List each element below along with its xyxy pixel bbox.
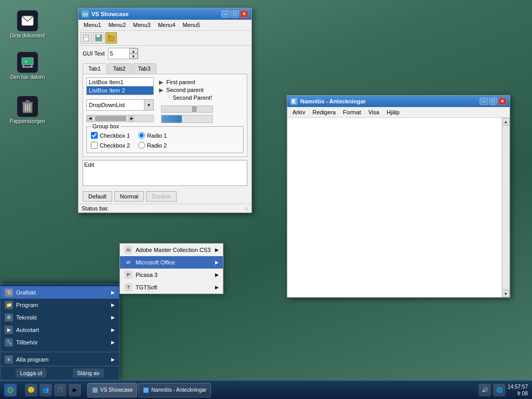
notepad-menu-hjalp[interactable]: Hjälp: [383, 108, 403, 116]
taskbar-icon-people[interactable]: 👥: [39, 384, 52, 396]
logga-ut-button[interactable]: Logga ut: [16, 368, 46, 378]
gui-text-input[interactable]: [109, 50, 129, 57]
adobe-arrow-icon: ▶: [215, 247, 219, 252]
tree-arrow-1: ▶: [159, 79, 163, 85]
notepad-scroll-down[interactable]: ▼: [502, 290, 510, 297]
submenu-adobe[interactable]: Ai Adobe Master Collection CS3 ▶: [120, 244, 223, 256]
notepad-menu-visa[interactable]: Visa: [365, 108, 382, 116]
notepad-scroll-track[interactable]: [502, 125, 510, 290]
checkbox-1[interactable]: [91, 132, 98, 139]
radio-2-label: Radio 2: [147, 142, 167, 149]
desktop-icon-mail[interactable]: Dina dokument: [9, 10, 46, 38]
horizontal-scrollbar[interactable]: ◀ ▶: [86, 115, 154, 122]
svg-point-20: [9, 389, 12, 392]
menu2[interactable]: Menu2: [105, 21, 129, 29]
scroll-left-arrow[interactable]: ◀: [87, 115, 93, 122]
radio-2[interactable]: [138, 142, 145, 149]
submenu-office[interactable]: W Microsoft Office ▶: [120, 256, 223, 269]
notepad-menubar: Arkiv Redigera Format Visa Hjälp: [287, 107, 510, 118]
all-programs-item[interactable]: ≡ Alla program ▶: [1, 353, 119, 366]
listbox-item-1[interactable]: ListBox Item1: [87, 78, 153, 86]
radio-1[interactable]: [138, 132, 145, 139]
disable-button[interactable]: Disable: [146, 191, 177, 202]
notepad-minimize[interactable]: ─: [480, 98, 488, 105]
tree-label-1: First parent: [166, 79, 195, 85]
scroll-thumb[interactable]: [95, 116, 126, 121]
dropdown-select[interactable]: DropDownList ▼: [86, 99, 154, 111]
taskbar-app-notepad-label: Namnlös - Anteckningar: [151, 387, 206, 393]
notepad-textarea[interactable]: [287, 118, 501, 297]
vs-titlebar[interactable]: VS VS Showcase ─ □ ✕: [78, 8, 251, 20]
checkbox-2[interactable]: [91, 142, 98, 149]
notepad-menu-format[interactable]: Format: [340, 108, 364, 116]
submenu-tgtsoft[interactable]: T TGTSoft ▶: [120, 281, 223, 294]
minimize-button[interactable]: ─: [221, 10, 230, 18]
notepad-close[interactable]: ✕: [498, 98, 507, 105]
tab-1[interactable]: Tab1: [83, 63, 107, 74]
desktop-icon-computer[interactable]: ✕ Den här datorn: [9, 52, 46, 80]
maximize-button[interactable]: □: [231, 10, 239, 18]
status-text: Status bar.: [82, 205, 109, 211]
submenu-picasa[interactable]: P Picasa 3 ▶: [120, 269, 223, 281]
notepad-menu-arkiv[interactable]: Arkiv: [289, 108, 308, 116]
start-menu: 🎨 Grafiskt ▶ 📁 Program ▶ ⚙ Tekniskt ▶ ▶ …: [0, 284, 119, 380]
spinner-down[interactable]: ▼: [129, 54, 138, 59]
start-menu-tillbehor[interactable]: 🔧 Tillbehör ▶: [1, 336, 119, 349]
tray-icon-speaker[interactable]: 🔊: [478, 384, 491, 396]
gui-text-label: GUI Text: [83, 50, 105, 57]
taskbar-icon-arrow[interactable]: ▶: [69, 384, 81, 396]
close-button[interactable]: ✕: [240, 10, 248, 18]
menu4[interactable]: Menu4: [155, 21, 179, 29]
svg-rect-1: [22, 58, 33, 65]
button-row: Default Normal Disable: [78, 189, 251, 204]
spinner-up[interactable]: ▲: [129, 48, 138, 54]
taskbar-app-vs[interactable]: VS Showcase: [87, 383, 137, 397]
svg-rect-22: [143, 388, 149, 393]
radio-1-row: Radio 1: [138, 132, 167, 139]
toolbar-btn-new[interactable]: [81, 32, 92, 44]
scroll-right-arrow[interactable]: ▶: [128, 115, 135, 122]
toolbar-btn-folder[interactable]: [105, 32, 117, 44]
submenu-office-label: Microsoft Office: [136, 259, 175, 265]
svg-rect-21: [92, 388, 98, 393]
stang-av-button[interactable]: Stäng av: [73, 368, 103, 378]
desktop: Dina dokument ✕ Den här datorn Pappersko…: [0, 0, 532, 399]
tree-item-2[interactable]: ▶ Second parent: [158, 86, 213, 94]
tillbehor-arrow: ▶: [111, 340, 115, 345]
default-button[interactable]: Default: [83, 191, 112, 202]
normal-button[interactable]: Normal: [114, 191, 144, 202]
listbox-item-2[interactable]: ListBox Item 2: [87, 86, 153, 95]
tab-bar: Tab1 Tab2 Tab3: [78, 61, 251, 74]
desktop-icon-trash[interactable]: Papperskorgen: [9, 96, 46, 124]
taskbar-icon-music[interactable]: 🎵: [54, 384, 66, 396]
menu3[interactable]: Menu3: [130, 21, 154, 29]
tree-item-1[interactable]: ▶ First parent: [158, 78, 213, 86]
edit-textarea[interactable]: Edit: [83, 160, 247, 186]
slider[interactable]: [161, 105, 213, 113]
notepad-maximize[interactable]: □: [489, 98, 497, 105]
tray-icon-network[interactable]: 🌐: [493, 384, 506, 396]
desktop-icon-computer-label: Den här datorn: [10, 74, 45, 80]
submenu-picasa-label: Picasa 3: [136, 272, 157, 278]
start-menu-tekniskt[interactable]: ⚙ Tekniskt ▶: [1, 311, 119, 324]
start-menu-grafiskt[interactable]: 🎨 Grafiskt ▶: [1, 286, 119, 299]
taskbar-icon-smiley[interactable]: 🙂: [25, 384, 37, 396]
gui-text-row: GUI Text ▲ ▼: [78, 46, 251, 61]
menu1[interactable]: Menu1: [81, 21, 104, 29]
start-button[interactable]: [4, 384, 17, 396]
tab-3[interactable]: Tab3: [132, 63, 156, 74]
notepad-scroll-up[interactable]: ▲: [502, 118, 510, 125]
start-menu-autostart[interactable]: ▶ Autostart ▶: [1, 324, 119, 336]
tree-item-3[interactable]: └ Second Parent!: [158, 94, 213, 101]
tab-2[interactable]: Tab2: [108, 63, 131, 74]
gui-text-spinner[interactable]: ▲ ▼: [108, 48, 138, 59]
menu5[interactable]: Menu5: [180, 21, 204, 29]
start-menu-program[interactable]: 📁 Program ▶: [1, 299, 119, 311]
notepad-titlebar[interactable]: 📝 Namnlös - Anteckningar ─ □ ✕: [287, 96, 510, 107]
toolbar-btn-save[interactable]: [93, 32, 104, 44]
dropdown-arrow-icon[interactable]: ▼: [144, 100, 153, 110]
program-icon: 📁: [5, 301, 13, 309]
notepad-menu-redigera[interactable]: Redigera: [309, 108, 339, 116]
taskbar-app-notepad[interactable]: Namnlös - Anteckningar: [138, 383, 211, 397]
tekniskt-arrow: ▶: [111, 315, 115, 320]
